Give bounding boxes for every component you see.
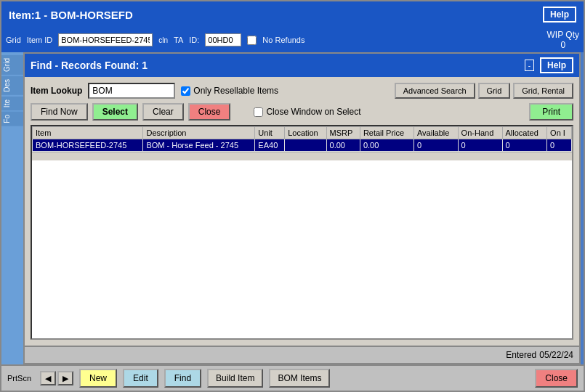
close-dialog-button[interactable]: Close [188,103,231,121]
ta-id-label: ID: [189,36,199,44]
close-window-label: Close Window on Select [266,107,360,117]
nav-next-button[interactable]: ▶ [57,371,73,385]
only-resellable-checkbox[interactable] [181,86,190,96]
cell-on-hand: 0 [458,139,502,152]
no-refunds-label: No Refunds [262,36,304,44]
find-now-button[interactable]: Find Now [31,103,88,121]
resellable-row: Only Resellable Items [181,86,278,96]
cell-location [285,139,326,152]
wip-section: WIP Qty 0 [547,30,579,50]
dialog-footer: Entered 05/22/24 [25,346,579,363]
main-help-button[interactable]: Help [543,7,576,23]
cell-item: BOM-HORSEFEED-2745 [33,139,143,152]
col-allocated: Allocated [502,127,547,139]
cln-label: cln [158,36,168,44]
main-close-button[interactable]: Close [535,369,578,388]
print-button[interactable]: Print [529,103,573,121]
wip-value: 0 [547,40,579,50]
grid-rental-button[interactable]: Grid, Rental [513,83,573,99]
entered-date: 05/22/24 [539,350,573,360]
find-dialog: Find - Records Found: 1 - Help Item Look… [23,52,581,364]
col-on-hand: On-Hand [458,127,502,139]
close-window-row: Close Window on Select [254,107,360,117]
table-row[interactable]: BOM-HORSEFEED-2745 BOM - Horse Feed - 27… [33,139,572,152]
content-area: Grid Des Ite Fo Find - Records Found: 1 … [1,52,584,364]
search-btn-group: Advanced Search Grid Grid, Rental [395,83,573,99]
cell-available: 0 [413,139,458,152]
main-window: Item:1 - BOM-HORSEFD Help Grid Item ID c… [0,0,585,392]
col-location: Location [285,127,326,139]
wip-label: WIP Qty [547,30,579,40]
grid-label: Grid [6,36,21,44]
toolbar: Grid Item ID cln TA ID: No Refunds WIP Q… [1,28,584,52]
side-label-des[interactable]: Des [1,76,25,95]
close-window-checkbox[interactable] [254,107,263,117]
main-title: Item:1 - BOM-HORSEFD [9,9,133,21]
ta-id-input[interactable] [205,33,241,46]
only-resellable-label: Only Resellable Items [193,86,278,96]
cell-unit: EA40 [255,139,285,152]
bom-items-button[interactable]: BOM Items [269,369,330,388]
col-description: Description [143,127,255,139]
grid-button[interactable]: Grid [478,83,511,99]
dialog-title-bar: Find - Records Found: 1 - Help [25,54,579,77]
item-lookup-input[interactable] [88,83,175,99]
results-table: Item Description Unit Location MSRP Reta… [32,126,572,152]
find-button[interactable]: Find [164,369,201,388]
clear-button[interactable]: Clear [142,103,184,121]
cell-allocated: 0 [502,139,547,152]
results-table-container: Item Description Unit Location MSRP Reta… [31,125,573,340]
col-item: Item [33,127,143,139]
no-refunds-checkbox[interactable] [247,36,257,45]
item-id-label: Item ID [27,36,52,44]
col-unit: Unit [255,127,285,139]
item-id-input[interactable] [58,33,153,46]
ta-label: TA [174,36,183,44]
col-retail-price: Retail Price [360,127,413,139]
col-msrp: MSRP [326,127,360,139]
build-item-button[interactable]: Build Item [207,369,263,388]
item-lookup-label: Item Lookup [31,86,82,96]
advanced-search-button[interactable]: Advanced Search [395,83,475,99]
cell-msrp: 0.00 [326,139,360,152]
side-label-fo[interactable]: Fo [1,112,25,126]
entered-label: Entered [506,350,536,360]
dialog-help-button[interactable]: Help [540,57,573,73]
main-title-bar: Item:1 - BOM-HORSEFD Help [1,1,584,28]
cell-on-i: 0 [547,139,572,152]
col-available: Available [413,127,458,139]
horizontal-scrollbar[interactable] [32,152,572,160]
nav-prev-button[interactable]: ◀ [40,371,56,385]
bottom-bar: PrtScn ◀ ▶ New Edit Find Build Item BOM … [1,364,584,391]
dialog-title: Find - Records Found: 1 [31,60,148,71]
dialog-minimize-button[interactable]: - [525,60,534,71]
cell-description: BOM - Horse Feed - 2745 [143,139,255,152]
prtscn-label: PrtScn [7,374,31,383]
table-header-row: Item Description Unit Location MSRP Reta… [33,127,572,139]
new-button[interactable]: New [79,369,117,388]
action-row: Find Now Select Clear Close Close Window… [31,103,573,121]
cell-retail-price: 0.00 [360,139,413,152]
edit-button[interactable]: Edit [123,369,158,388]
dialog-content: Item Lookup Only Resellable Items Advanc… [25,77,579,346]
search-row: Item Lookup Only Resellable Items Advanc… [31,83,573,99]
nav-group: ◀ ▶ [40,371,73,385]
side-labels: Grid Des Ite Fo [1,52,25,364]
side-label-ite[interactable]: Ite [1,97,25,110]
side-label-grid[interactable]: Grid [1,55,25,75]
select-button[interactable]: Select [92,103,138,121]
col-on-i: On I [547,127,572,139]
